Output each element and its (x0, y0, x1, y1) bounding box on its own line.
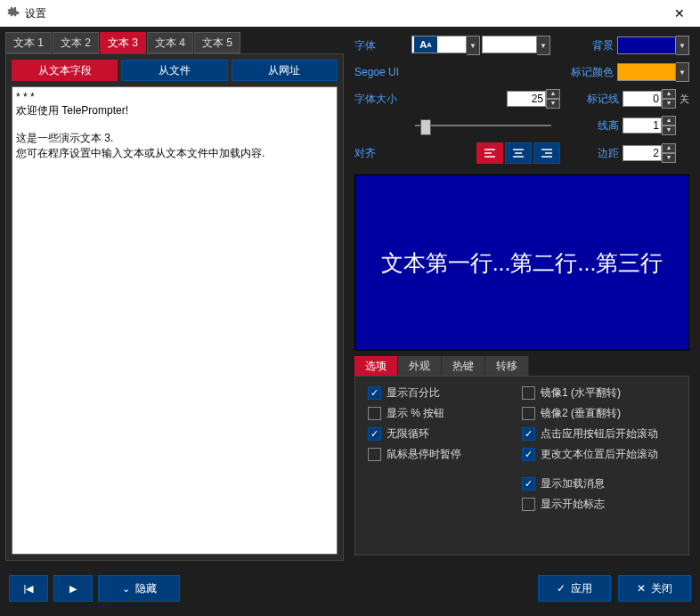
checkbox-label: 镜像1 (水平翻转) (541, 385, 621, 401)
lineheight-input[interactable] (623, 118, 662, 134)
lineheight-stepper[interactable]: ▲▼ (623, 116, 676, 135)
source-from-file-button[interactable]: 从文件 (121, 60, 227, 81)
background-color-drop-icon[interactable]: ▼ (676, 36, 689, 55)
align-center-button[interactable] (505, 142, 532, 164)
checkbox-label: 显示开始标志 (541, 497, 605, 512)
checkbox[interactable]: 镜像2 (垂直翻转) (522, 406, 676, 421)
hide-label: 隐藏 (135, 581, 157, 596)
checkbox-box (522, 427, 535, 441)
tab-text-3[interactable]: 文本 3 (100, 32, 146, 53)
slider-thumb[interactable] (420, 119, 431, 135)
title-bar: 设置 ✕ (0, 0, 700, 27)
font-size-stepper[interactable]: ▲▼ (507, 89, 560, 109)
footer: |◀ ▶ ⌄隐藏 ✓应用 ✕关闭 (0, 566, 700, 611)
tab-appearance[interactable]: 外观 (398, 356, 442, 376)
mark-line-stepper[interactable]: ▲▼ (623, 89, 676, 109)
mark-color-drop-icon[interactable]: ▼ (676, 62, 689, 82)
checkbox[interactable]: 显示 % 按钮 (368, 406, 522, 421)
tab-text-1[interactable]: 文本 1 (5, 32, 52, 53)
font-size-input[interactable] (507, 91, 546, 107)
align-right-button[interactable] (533, 142, 560, 164)
font-style-drop-icon[interactable]: ▼ (467, 36, 480, 55)
tab-text-4[interactable]: 文本 4 (147, 32, 193, 53)
source-from-field-button[interactable]: 从文本字段 (12, 60, 118, 81)
background-color-box[interactable] (617, 36, 676, 54)
checkbox[interactable]: 无限循环 (368, 426, 522, 442)
apply-button[interactable]: ✓应用 (538, 575, 611, 602)
checkbox-box (522, 477, 535, 490)
checkbox[interactable]: 显示百分比 (368, 385, 522, 401)
align-label: 对齐 (354, 146, 411, 161)
mark-line-label: 标记线 (560, 92, 619, 107)
tab-options[interactable]: 选项 (354, 356, 398, 376)
checkbox[interactable]: 鼠标悬停时暂停 (368, 447, 522, 462)
tab-text-5[interactable]: 文本 5 (194, 32, 240, 53)
checkbox-box (368, 386, 381, 400)
mark-color-label: 标记颜色 (555, 65, 614, 80)
checkbox-box (522, 448, 535, 461)
preview-pane: 文本第一行...第二行...第三行 (354, 174, 689, 351)
margin-input[interactable] (623, 145, 662, 161)
checkbox[interactable]: 更改文本位置后开始滚动 (522, 447, 676, 462)
window-close-button[interactable]: ✕ (659, 0, 700, 27)
lineheight-down[interactable]: ▼ (662, 126, 676, 135)
mark-line-input[interactable] (623, 91, 662, 107)
close-label: 关闭 (651, 581, 672, 596)
background-label: 背景 (555, 38, 614, 53)
chevron-down-icon: ⌄ (122, 583, 130, 595)
margin-up[interactable]: ▲ (662, 143, 676, 153)
text-tabstrip: 文本 1 文本 2 文本 3 文本 4 文本 5 (5, 32, 344, 53)
font-size-down[interactable]: ▼ (546, 99, 560, 109)
tab-hotkeys[interactable]: 热键 (442, 356, 485, 376)
skip-back-icon: |◀ (24, 583, 34, 595)
font-icon: AA (414, 36, 437, 53)
checkbox-box (522, 386, 535, 400)
font-size-up[interactable]: ▲ (546, 89, 560, 99)
font-name: Segoe UI (354, 66, 411, 78)
lineheight-up[interactable]: ▲ (662, 116, 676, 126)
align-left-button[interactable] (476, 142, 503, 164)
mark-color-box[interactable] (617, 63, 676, 81)
checkbox-box (368, 448, 381, 461)
tab-text-2[interactable]: 文本 2 (53, 32, 99, 53)
font-size-slider[interactable] (415, 118, 551, 134)
margin-stepper[interactable]: ▲▼ (623, 143, 676, 163)
font-label: 字体 (354, 38, 411, 53)
play-icon: ▶ (69, 583, 77, 595)
checkbox-box (522, 407, 535, 420)
mark-line-down[interactable]: ▼ (662, 99, 676, 109)
checkbox[interactable]: 显示开始标志 (522, 497, 676, 512)
check-icon: ✓ (557, 582, 566, 595)
close-icon: ✕ (637, 582, 646, 595)
checkbox[interactable]: 镜像1 (水平翻转) (522, 385, 676, 401)
options-tabstrip: 选项 外观 热键 转移 (354, 356, 689, 376)
font-size-label: 字体大小 (354, 92, 411, 107)
font-color-combo[interactable] (482, 36, 537, 53)
font-color-drop-icon[interactable]: ▼ (537, 36, 550, 55)
mark-line-off: 关 (680, 93, 689, 106)
checkbox-label: 镜像2 (垂直翻转) (541, 406, 621, 421)
hide-button[interactable]: ⌄隐藏 (98, 575, 180, 602)
checkbox-box (368, 427, 381, 441)
options-panel: 显示百分比显示 % 按钮无限循环鼠标悬停时暂停 镜像1 (水平翻转)镜像2 (垂… (354, 376, 689, 555)
checkbox-box (522, 498, 535, 511)
apply-label: 应用 (571, 581, 592, 596)
close-button[interactable]: ✕关闭 (618, 575, 691, 602)
play-button[interactable]: ▶ (53, 575, 93, 602)
font-style-combo[interactable]: AA (411, 36, 467, 53)
checkbox-label: 显示 % 按钮 (387, 406, 444, 421)
text-editor[interactable]: * * * 欢迎使用 TelePrompter! 这是一些演示文本 3. 您可在… (12, 86, 338, 555)
checkbox[interactable]: 显示加载消息 (522, 476, 676, 491)
checkbox-label: 点击应用按钮后开始滚动 (541, 426, 658, 442)
checkbox-label: 显示加载消息 (541, 476, 605, 491)
margin-down[interactable]: ▼ (662, 153, 676, 163)
mark-line-up[interactable]: ▲ (662, 89, 676, 99)
checkbox[interactable]: 点击应用按钮后开始滚动 (522, 426, 676, 442)
checkbox-label: 无限循环 (387, 426, 429, 442)
source-from-url-button[interactable]: 从网址 (232, 60, 338, 81)
tab-transfer[interactable]: 转移 (485, 356, 529, 376)
rewind-button[interactable]: |◀ (9, 575, 48, 602)
gear-icon (7, 7, 20, 20)
window-title: 设置 (25, 6, 659, 21)
checkbox-label: 显示百分比 (387, 385, 440, 401)
